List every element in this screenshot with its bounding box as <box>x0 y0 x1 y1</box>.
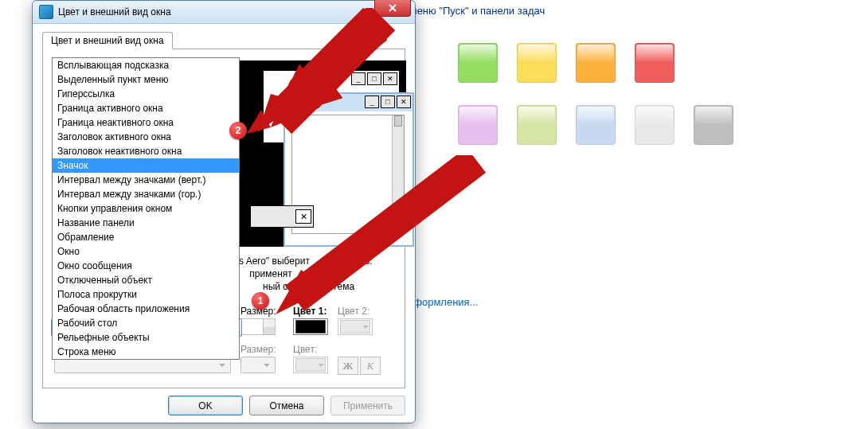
annotation-arrow-1 <box>255 155 486 322</box>
color-swatch[interactable] <box>635 43 674 83</box>
font-color-picker <box>293 357 328 373</box>
dropdown-item[interactable]: Заголовок неактивного окна <box>53 144 239 158</box>
ok-button[interactable]: OK <box>168 396 243 415</box>
dropdown-item[interactable]: Значок <box>53 158 239 173</box>
dropdown-item[interactable]: Граница неактивного окна <box>53 115 239 130</box>
label-size2: Размер: <box>240 344 276 355</box>
window-title: Цвет и внешний вид окна <box>58 6 171 18</box>
label-color: Цвет: <box>293 344 317 355</box>
dropdown-item[interactable]: Полоса прокрутки <box>53 287 239 302</box>
cancel-button[interactable]: Отмена <box>249 396 324 415</box>
tab-appearance[interactable]: Цвет и внешний вид окна <box>42 32 173 49</box>
dropdown-item[interactable]: Интервал между значками (верт.) <box>53 173 239 187</box>
dropdown-item[interactable]: Название панели <box>53 216 239 230</box>
color-swatches-row2 <box>458 105 733 145</box>
color-swatch[interactable] <box>458 43 498 83</box>
app-icon <box>39 5 53 19</box>
color-swatch[interactable] <box>635 105 674 145</box>
dropdown-item[interactable]: Отключенный объект <box>53 273 239 287</box>
close-icon: ✕ <box>397 96 411 108</box>
color-swatches-row1 <box>458 43 674 83</box>
dropdown-item[interactable]: Рабочий стол <box>53 316 239 330</box>
dropdown-item[interactable]: Обрамление <box>53 230 239 244</box>
dropdown-item[interactable]: Всплывающая подсказка <box>53 58 239 72</box>
dialog-button-row: OK Отмена Применить <box>33 396 415 415</box>
color-swatch[interactable] <box>576 105 616 145</box>
italic-button: К <box>360 357 381 375</box>
dropdown-item[interactable]: Выделенный пункт меню <box>53 72 239 87</box>
color-swatch[interactable] <box>694 105 733 145</box>
marker-1: 1 <box>252 292 269 310</box>
element-dropdown-list[interactable]: Всплывающая подсказкаВыделенный пункт ме… <box>52 57 240 360</box>
marker-2: 2 <box>229 122 247 139</box>
color-swatch[interactable] <box>517 43 557 83</box>
apply-button: Применить <box>330 396 405 415</box>
color-swatch[interactable] <box>517 105 557 145</box>
bold-button: Ж <box>338 357 358 375</box>
color-swatch[interactable] <box>458 105 498 145</box>
dropdown-item[interactable]: Гиперссылка <box>53 87 239 101</box>
dropdown-item[interactable]: Интервал между значками (гор.) <box>53 187 239 201</box>
dropdown-item[interactable]: Граница активного окна <box>53 101 239 115</box>
dropdown-item[interactable]: Рабочая область приложения <box>53 302 239 316</box>
font-size-combo <box>240 357 276 373</box>
dropdown-item[interactable]: Окно <box>53 244 239 259</box>
dropdown-item[interactable]: Рельефные объекты <box>53 330 239 345</box>
dropdown-item[interactable]: Заголовок активного окна <box>53 130 239 144</box>
tabstrip: Цвет и внешний вид окна <box>42 32 173 49</box>
color-swatch[interactable] <box>576 43 616 83</box>
dropdown-item[interactable]: Кнопки управления окном <box>53 201 239 216</box>
annotation-arrow-2 <box>223 8 398 135</box>
dropdown-item[interactable]: Строка меню <box>53 345 239 359</box>
dropdown-item[interactable]: Окно сообщения <box>53 259 239 273</box>
